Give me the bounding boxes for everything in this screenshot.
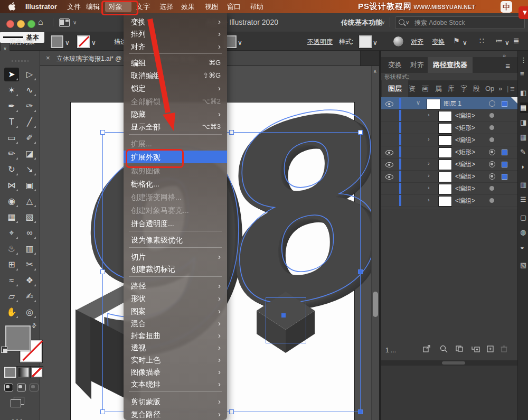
pen-tool-icon[interactable]: ✒ bbox=[4, 99, 19, 113]
chevron-down-icon[interactable]: ∨ bbox=[91, 39, 96, 46]
layer-thumbnail[interactable] bbox=[438, 123, 452, 134]
opacity-link[interactable]: 不透明度 bbox=[307, 38, 333, 46]
layer-name[interactable]: <矩形> bbox=[455, 148, 475, 157]
dock-panel-icon[interactable]: ▧ bbox=[520, 260, 528, 270]
type-tool-icon[interactable]: T bbox=[4, 115, 19, 129]
color-mode-gradient-button[interactable] bbox=[17, 367, 30, 378]
menu-item-slice[interactable]: 切片› bbox=[124, 250, 227, 263]
tab-pathfinder[interactable]: 路径查找器 bbox=[428, 57, 473, 73]
close-window-button[interactable] bbox=[6, 20, 14, 28]
puppet-warp-tool-icon[interactable]: ❖ bbox=[22, 274, 37, 287]
control-panel-menu-icon[interactable]: ≣ bbox=[513, 36, 520, 45]
delete-layer-icon[interactable] bbox=[499, 344, 509, 353]
tab-transform[interactable]: 变换 bbox=[388, 57, 402, 73]
chevron-down-icon[interactable]: ∨ bbox=[65, 39, 70, 46]
bbox-handle-w[interactable] bbox=[100, 269, 105, 274]
menu-item-show-all[interactable]: 显示全部⌥⌘3 bbox=[124, 120, 227, 133]
selection-tool-icon[interactable]: ➤ bbox=[4, 68, 19, 81]
menubar-item-view[interactable]: 视图 bbox=[205, 0, 219, 13]
expand-closed-icon[interactable]: › bbox=[428, 184, 430, 191]
transform-link[interactable]: 变换 bbox=[432, 38, 445, 46]
layer-name[interactable]: <编组> bbox=[455, 160, 475, 169]
corner-app-badge[interactable]: ▼ bbox=[518, 6, 528, 19]
menu-item-transform[interactable]: 变换› bbox=[124, 15, 227, 28]
menu-item-envelope-distort[interactable]: 封套扭曲› bbox=[124, 329, 227, 342]
chevron-down-icon[interactable]: ∨ bbox=[463, 39, 467, 46]
dock-panel-icon[interactable]: ▥ bbox=[520, 180, 528, 190]
visibility-eye-icon[interactable] bbox=[385, 150, 393, 155]
menubar-item-window[interactable]: 窗口 bbox=[227, 0, 241, 13]
target-icon[interactable] bbox=[489, 125, 494, 130]
rectangle-tool-icon[interactable]: ▭ bbox=[4, 131, 19, 145]
selection-indicator[interactable] bbox=[502, 174, 507, 180]
menu-item-text-wrap[interactable]: 文本绕排› bbox=[124, 378, 227, 390]
new-sublayer-icon[interactable] bbox=[471, 344, 480, 353]
expand-closed-icon[interactable]: › bbox=[428, 111, 430, 118]
tab-artboards[interactable]: 画 bbox=[422, 80, 429, 97]
menu-item-blend[interactable]: 混合› bbox=[124, 317, 227, 330]
draw-normal-mode-button[interactable] bbox=[4, 384, 13, 391]
lasso-tool-icon[interactable]: ∿ bbox=[22, 83, 37, 97]
rotate-tool-icon[interactable]: ↻ bbox=[4, 163, 19, 176]
color-mode-none-button[interactable] bbox=[31, 367, 43, 378]
hand-tool-icon[interactable]: ✋ bbox=[4, 305, 19, 319]
isolate-selected-object-icon[interactable]: ∷ bbox=[479, 36, 484, 45]
bbox-handle-ne[interactable] bbox=[358, 130, 363, 135]
dock-panel-icon[interactable]: ◨ bbox=[520, 117, 528, 128]
scale-tool-icon[interactable]: ↘ bbox=[22, 163, 37, 176]
tab-overflow-icon[interactable]: » bbox=[498, 80, 502, 97]
collect-for-export-icon[interactable] bbox=[422, 344, 432, 353]
dock-panel-icon[interactable]: ✎ bbox=[520, 147, 528, 157]
layer-thumbnail[interactable] bbox=[438, 196, 452, 207]
direct-selection-tool-icon[interactable]: ▷ bbox=[22, 68, 37, 81]
menu-item-shape[interactable]: 形状› bbox=[124, 292, 227, 305]
eyedropper-tool-icon[interactable]: ⌖ bbox=[4, 226, 19, 240]
dock-panel-icon[interactable]: ◒ bbox=[520, 242, 528, 253]
chevron-down-icon[interactable]: ∨ bbox=[238, 39, 242, 46]
artboard-tool-icon[interactable]: ⊞ bbox=[4, 258, 19, 272]
tab-align[interactable]: 对齐 bbox=[410, 57, 424, 73]
search-input[interactable] bbox=[413, 17, 521, 28]
chevron-down-icon[interactable]: ∨ bbox=[505, 39, 510, 46]
zoom-window-button[interactable] bbox=[27, 20, 35, 28]
bbox-handle-n[interactable] bbox=[229, 130, 234, 135]
layers-panel-menu-icon[interactable]: ≡ bbox=[510, 80, 515, 97]
layer-name[interactable]: <编组> bbox=[455, 136, 475, 145]
selection-indicator[interactable] bbox=[502, 150, 507, 155]
menubar-item-effect[interactable]: 效果 bbox=[181, 0, 195, 13]
dock-panel-icon[interactable]: ☰ bbox=[520, 194, 528, 205]
dock-grip-icon[interactable]: ⋮ bbox=[520, 55, 528, 66]
visibility-eye-icon[interactable] bbox=[385, 174, 393, 180]
target-circle-icon[interactable] bbox=[489, 149, 495, 155]
menu-item-rasterize[interactable]: 栅格化... bbox=[124, 178, 227, 190]
layer-name[interactable]: <编组> bbox=[455, 172, 475, 181]
menu-item-group[interactable]: 编组⌘G bbox=[124, 57, 227, 69]
recolor-artwork-icon[interactable] bbox=[393, 36, 404, 47]
target-circle-icon[interactable] bbox=[489, 173, 495, 180]
target-icon[interactable] bbox=[489, 198, 494, 203]
scrollbar-up-icon[interactable]: ∧ bbox=[373, 69, 377, 74]
menubar-app-name[interactable]: Illustrator bbox=[25, 0, 57, 13]
layer-row-group[interactable]: › <编组> bbox=[381, 182, 517, 195]
stroke-color-control[interactable] bbox=[77, 35, 90, 48]
bbox-handle-s[interactable] bbox=[229, 409, 234, 414]
menu-item-create-trim-marks[interactable]: 创建裁切标记 bbox=[124, 263, 227, 275]
menu-item-clipping-mask[interactable]: 剪切蒙版› bbox=[124, 395, 227, 408]
tab-opentype[interactable]: Op bbox=[485, 80, 494, 97]
minimize-window-button[interactable] bbox=[17, 20, 25, 28]
menu-item-arrange[interactable]: 排列› bbox=[124, 27, 227, 40]
expand-closed-icon[interactable]: › bbox=[428, 172, 430, 179]
dock-panel-icon[interactable]: ◧ bbox=[520, 88, 528, 98]
column-graph-tool-icon[interactable]: ▥ bbox=[22, 242, 37, 256]
menu-item-align[interactable]: 对齐› bbox=[124, 40, 227, 53]
layer-row-group[interactable]: › <编组> bbox=[381, 170, 517, 183]
free-transform-tool-icon[interactable]: ▣ bbox=[22, 179, 37, 192]
menu-item-flatten-transparency[interactable]: 拼合透明度... bbox=[124, 217, 227, 230]
bbox-handle-sw[interactable] bbox=[100, 409, 105, 414]
menu-item-perspective[interactable]: 透视› bbox=[124, 341, 227, 354]
workspace-switcher[interactable]: 传统基本功能 bbox=[341, 18, 382, 27]
chevron-down-icon[interactable]: ∨ bbox=[406, 20, 409, 25]
symbol-sprayer-tool-icon[interactable]: ♨ bbox=[4, 242, 19, 256]
shape-builder-tool-icon[interactable]: ◉ bbox=[4, 194, 19, 208]
panel-menu-icon[interactable]: ≡ bbox=[505, 61, 510, 70]
